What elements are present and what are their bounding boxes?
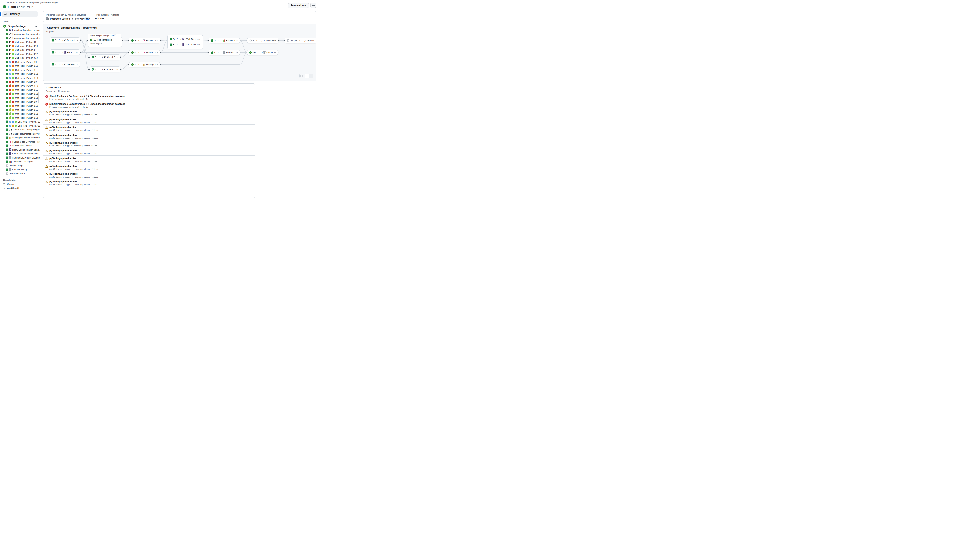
graph-node-latex-documentation[interactable]: S... / ... / LaTeX Docume... 51s <box>168 42 203 47</box>
sidebar-job-item[interactable]: Intermediate Artifact Cleanup <box>0 156 40 160</box>
sidebar-job-item[interactable]: Unit Tests - Python 3.9 <box>0 100 40 104</box>
show-all-jobs-link[interactable]: Show all jobs <box>90 42 120 45</box>
graph-node-check-static-typing[interactable]: S... / ... / Check Static Ty... 17s <box>90 54 121 60</box>
chevron-up-icon[interactable] <box>35 25 37 28</box>
sidebar-job-item[interactable]: Unit Tests - Python 3.10 <box>0 84 40 88</box>
kebab-menu-button[interactable] <box>310 3 316 8</box>
sidebar-job-item[interactable]: Unit Tests - Python 3.9 <box>0 40 40 44</box>
sidebar-item-workflow-file[interactable]: Workflow file <box>0 186 40 187</box>
warning-list: pyTooling/upload-artifact macOS doesn't … <box>43 109 255 187</box>
graph-node-create-release-page[interactable]: S... / ... / Create 'Release Pa... <box>247 38 278 43</box>
dot-green <box>12 53 14 55</box>
sidebar-job-item[interactable]: LaTeX Documentation using ... <box>0 152 40 156</box>
graph-node-generate-params-2[interactable]: S... / ... / Generate pipelin... 0s <box>50 61 80 67</box>
graph-node-publish-gh-pages[interactable]: S... / ... / Publish to GH-P... 7s <box>209 38 240 43</box>
sidebar-job-item[interactable]: Check documentation covera... <box>0 132 40 136</box>
sidebar-job-item[interactable]: Unit Tests - Python 3.13 <box>0 76 40 80</box>
annotation-warning-title[interactable]: pyTooling/upload-artifact <box>49 110 255 113</box>
annotation-warning-message: macOS doesn't support removing hidden fi… <box>49 152 255 155</box>
skipped-icon <box>287 39 289 42</box>
annotation-error-title[interactable]: SimplePackage / DocCoverage / Check docu… <box>49 95 255 97</box>
annotation-warning-message: macOS doesn't support removing hidden fi… <box>49 184 255 186</box>
success-icon <box>6 53 8 55</box>
sidebar-scrollbar[interactable] <box>38 92 39 104</box>
graph-node-intermediate-cleanup[interactable]: S... / ... / Intermediate A... 16s <box>209 50 240 55</box>
annotation-warning-title[interactable]: pyTooling/upload-artifact <box>49 173 255 175</box>
sidebar-job-item[interactable]: Check Static Typing using Pyt... <box>0 128 40 132</box>
sidebar-group-simplepackage[interactable]: SimplePackage <box>3 25 38 28</box>
sidebar-job-item[interactable]: Publish Test Results <box>0 144 40 148</box>
sidebar-job-item[interactable]: Unit Tests - Python 3.9 <box>0 80 40 84</box>
sidebar-job-item[interactable]: Unit Tests - Python 3.10 <box>0 44 40 48</box>
sidebar-job-item[interactable]: Unit Tests - Python 3.11 <box>0 88 40 92</box>
annotation-warning-title[interactable]: pyTooling/upload-artifact <box>49 126 255 129</box>
error-icon <box>46 103 48 105</box>
annotation-warning-title[interactable]: pyTooling/upload-artifact <box>49 141 255 144</box>
matrix-summary-node[interactable]: 22 jobs completed Show all jobs <box>88 37 122 47</box>
sidebar-job-item[interactable]: Unit Tests - Python 3.11 <box>0 108 40 112</box>
annotation-error-title[interactable]: SimplePackage / DocCoverage / Check docu… <box>49 103 255 105</box>
sidebar-job-item[interactable]: Unit Tests - Python 3.9 <box>0 60 40 64</box>
windows-icon <box>9 73 11 75</box>
rerun-all-jobs-button[interactable]: Re-run all jobs <box>288 3 309 8</box>
sidebar-job-item[interactable]: Unit Tests - Python 3.12 <box>0 92 40 96</box>
fullscreen-icon <box>300 75 303 77</box>
rocket-icon <box>304 39 307 42</box>
sidebar-item-summary[interactable]: Summary <box>2 11 38 17</box>
sidebar-job-item[interactable]: Unit Tests - Python 3.12 <box>0 120 40 124</box>
actor-link[interactable]: Paebbels <box>50 17 61 20</box>
graph-node-package-source-wheel[interactable]: S... / ... / Package in Sou... 18s <box>129 62 160 67</box>
avatar[interactable] <box>46 17 49 20</box>
graph-node-publish-pypi[interactable]: Simple... / ... / Publish to PyPI <box>285 38 316 43</box>
annotation-warning-title[interactable]: pyTooling/upload-artifact <box>49 149 255 152</box>
annotation-warning-title[interactable]: pyTooling/upload-artifact <box>49 165 255 167</box>
graph-node-check-doc-coverage[interactable]: S... / ... / Check docume... 18s <box>90 66 121 72</box>
annotation-warning-title[interactable]: pyTooling/upload-artifact <box>49 157 255 160</box>
graph-node-extract-config[interactable]: S... / ... / Extract configur... 4s <box>50 50 80 55</box>
sidebar-job-item[interactable]: Extract configurations from p... <box>0 28 40 32</box>
annotations-count: 2 errors and 10 warnings <box>46 90 69 92</box>
sidebar-item-usage[interactable]: Usage <box>0 182 40 186</box>
sidebar-job-item[interactable]: Unit Tests - Python 3.12 <box>0 124 40 128</box>
annotation-warning-title[interactable]: pyTooling/upload-artifact <box>49 180 255 183</box>
sidebar-job-item[interactable]: Unit Tests - Python 3.13 <box>0 56 40 60</box>
sidebar-job-item[interactable]: Publish Code Coverage Results <box>0 140 40 144</box>
sidebar-job-item[interactable]: Unit Tests - Python 3.12 <box>0 72 40 76</box>
zoom-in-button[interactable]: + <box>309 74 313 78</box>
sidebar-job-item[interactable]: Unit Tests - Python 3.12 <box>0 52 40 56</box>
sidebar-job-item[interactable]: Publish to GH-Pages <box>0 160 40 164</box>
graph-node-artifact-cleanup[interactable]: Sim... / ... / Artifact Cleanup 4s <box>247 50 278 55</box>
sidebar-job-item[interactable]: Generate pipeline parameters <box>0 32 40 36</box>
success-icon <box>6 125 8 127</box>
graph-node-html-documentation[interactable]: S... / ... / HTML Docume... 55s <box>168 37 203 42</box>
apple-red-icon <box>9 81 11 83</box>
sidebar-job-item[interactable]: PublishOnPyPI <box>0 172 40 176</box>
matrix-tab[interactable]: Matrix: SimplePackage / UnitTest... <box>88 33 115 37</box>
trash-icon <box>223 52 225 54</box>
sidebar-job-item[interactable]: ReleasePage <box>0 164 40 168</box>
sidebar-job-item[interactable]: Unit Tests - Python 3.10 <box>0 64 40 68</box>
annotation-error-message: Process completed with exit code 2. <box>49 106 255 108</box>
sidebar-job-item[interactable]: Artifact Cleanup <box>0 168 40 172</box>
zoom-out-button[interactable]: − <box>305 74 309 78</box>
success-icon <box>6 100 8 103</box>
sidebar-job-item[interactable]: Unit Tests - Python 3.11 <box>0 68 40 72</box>
fullscreen-button[interactable] <box>299 74 303 78</box>
sidebar-job-item[interactable]: Generate pipeline parameters <box>0 36 40 40</box>
sidebar-job-item[interactable]: Package in Source and Wheel... <box>0 136 40 140</box>
graph-node-generate-params-1[interactable]: S... / ... / Generate pipelin... 0s <box>50 38 80 43</box>
annotation-error-message: Process completed with exit code 1. <box>49 98 255 100</box>
graph-node-publish-test-results[interactable]: S... / ... / Publish Test Re... 13s <box>129 50 160 55</box>
annotation-warning-title[interactable]: pyTooling/upload-artifact <box>49 118 255 121</box>
apple-green-icon <box>9 113 11 115</box>
annotation-warning-title[interactable]: pyTooling/upload-artifact <box>49 134 255 136</box>
apple-red-icon <box>9 89 11 91</box>
sidebar-job-item[interactable]: Unit Tests - Python 3.13 <box>0 96 40 100</box>
sidebar-job-item[interactable]: Unit Tests - Python 3.10 <box>0 104 40 108</box>
sidebar-job-item[interactable]: HTML Documentation using ... <box>0 147 40 152</box>
breadcrumb[interactable]: ← Verification of Pipeline Templates (Si… <box>3 1 58 4</box>
sidebar-job-item[interactable]: Unit Tests - Python 3.12 <box>0 112 40 116</box>
sidebar-job-item[interactable]: Unit Tests - Python 3.11 <box>0 48 40 52</box>
graph-node-publish-code-coverage[interactable]: S... / ... / Publish Code C... 20s <box>129 38 160 43</box>
sidebar-job-item[interactable]: Unit Tests - Python 3.13 <box>0 116 40 120</box>
